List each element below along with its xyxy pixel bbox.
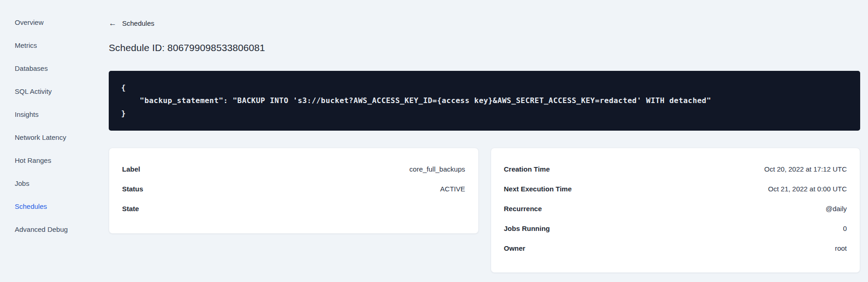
- detail-row-value: core_full_backups: [410, 165, 465, 173]
- sidebar-item-label: Overview: [15, 18, 44, 26]
- detail-row: Jobs Running0: [504, 219, 847, 238]
- sidebar-item-jobs[interactable]: Jobs: [15, 172, 92, 195]
- detail-row-label: Status: [122, 185, 143, 193]
- detail-row-label: Jobs Running: [504, 224, 550, 232]
- detail-row: Ownerroot: [504, 238, 847, 258]
- schedule-details-card: Labelcore_full_backupsStatusACTIVEState: [109, 148, 479, 234]
- detail-row: State: [122, 199, 465, 219]
- code-line: }: [121, 107, 848, 120]
- detail-row-value: Oct 21, 2022 at 0:00 UTC: [768, 185, 847, 193]
- detail-cards: Labelcore_full_backupsStatusACTIVEState …: [109, 148, 860, 273]
- detail-row-value: root: [835, 244, 847, 252]
- sidebar-item-overview[interactable]: Overview: [15, 11, 92, 34]
- sidebar-item-hot-ranges[interactable]: Hot Ranges: [15, 149, 92, 172]
- back-link[interactable]: ← Schedules: [109, 19, 154, 27]
- schedule-statement-code-block: { "backup_statement": "BACKUP INTO 's3:/…: [109, 71, 860, 131]
- detail-row-label: State: [122, 205, 139, 213]
- sidebar-item-label: Advanced Debug: [15, 225, 68, 233]
- sidebar-item-network-latency[interactable]: Network Latency: [15, 126, 92, 149]
- sidebar-item-label: SQL Activity: [15, 87, 52, 95]
- sidebar-item-schedules[interactable]: Schedules: [15, 195, 92, 218]
- sidebar-item-label: Jobs: [15, 179, 29, 187]
- detail-row: StatusACTIVE: [122, 179, 465, 199]
- detail-row-value: @daily: [826, 205, 847, 213]
- back-arrow-icon: ←: [109, 19, 117, 27]
- sidebar-item-label: Hot Ranges: [15, 156, 51, 164]
- detail-row-label: Recurrence: [504, 205, 542, 213]
- detail-row-label: Next Execution Time: [504, 185, 572, 193]
- sidebar-item-label: Schedules: [15, 202, 47, 210]
- detail-row-value: Oct 20, 2022 at 17:12 UTC: [764, 165, 847, 173]
- schedule-detail-page: ← Schedules Schedule ID: 806799098533806…: [92, 0, 868, 282]
- detail-row-label: Label: [122, 165, 140, 173]
- detail-row-value: ACTIVE: [440, 185, 465, 193]
- sidebar-item-label: Metrics: [15, 41, 37, 49]
- detail-row-value: 0: [843, 224, 847, 232]
- sidebar-item-databases[interactable]: Databases: [15, 57, 92, 80]
- code-line: "backup_statement": "BACKUP INTO 's3://b…: [121, 94, 848, 107]
- sidebar-item-label: Insights: [15, 110, 39, 118]
- detail-row-label: Creation Time: [504, 165, 550, 173]
- schedule-timing-card: Creation TimeOct 20, 2022 at 17:12 UTCNe…: [491, 148, 861, 273]
- sidebar-item-label: Network Latency: [15, 133, 66, 141]
- detail-row: Labelcore_full_backups: [122, 159, 465, 179]
- code-line: {: [121, 81, 848, 94]
- back-link-label: Schedules: [122, 19, 154, 27]
- sidebar-item-sql-activity[interactable]: SQL Activity: [15, 80, 92, 103]
- page-title: Schedule ID: 806799098533806081: [109, 42, 860, 53]
- sidebar-item-metrics[interactable]: Metrics: [15, 34, 92, 57]
- detail-row: Next Execution TimeOct 21, 2022 at 0:00 …: [504, 179, 847, 199]
- sidebar-item-advanced-debug[interactable]: Advanced Debug: [15, 218, 92, 241]
- sidebar-item-insights[interactable]: Insights: [15, 103, 92, 126]
- detail-row: Recurrence@daily: [504, 199, 847, 219]
- detail-row-label: Owner: [504, 244, 526, 252]
- sidebar-item-label: Databases: [15, 64, 48, 72]
- sidebar: OverviewMetricsDatabasesSQL ActivityInsi…: [0, 0, 92, 282]
- detail-row: Creation TimeOct 20, 2022 at 17:12 UTC: [504, 159, 847, 179]
